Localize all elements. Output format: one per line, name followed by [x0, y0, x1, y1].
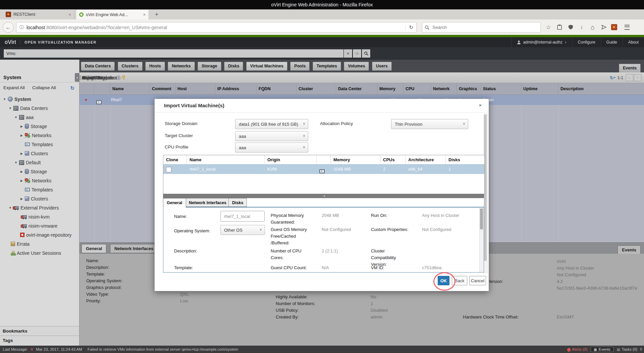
- browser-tab-restclient[interactable]: RESTClient ×: [3, 9, 74, 19]
- tree-item-active-user-sessions[interactable]: Active User Sessions: [0, 248, 79, 257]
- column-architecture[interactable]: Architecture: [406, 155, 446, 164]
- column-comment[interactable]: Comment: [150, 83, 175, 95]
- search-bookmark-button[interactable]: ☆: [353, 49, 362, 58]
- column-name[interactable]: Name: [110, 83, 150, 95]
- tab-pools[interactable]: Pools: [290, 62, 310, 71]
- panel-scrollbar[interactable]: [479, 208, 483, 272]
- tab-close-icon[interactable]: ×: [140, 12, 146, 17]
- vm-name-input[interactable]: [220, 211, 265, 222]
- events-button[interactable]: ▦ Events: [591, 347, 613, 352]
- new-tab-button[interactable]: +: [152, 9, 162, 19]
- column-data-center[interactable]: Data Center: [336, 83, 377, 95]
- tab-clusters[interactable]: Clusters: [118, 62, 143, 71]
- column-icon[interactable]: [94, 83, 110, 95]
- target-cluster-select[interactable]: aaa ∨: [235, 131, 308, 141]
- expander-icon[interactable]: ▼: [13, 116, 18, 119]
- browser-search-field[interactable]: [422, 22, 541, 33]
- storage-domain-select[interactable]: data1 (901 GB free of 915 GB) ∨: [235, 119, 308, 129]
- column-cluster[interactable]: Cluster: [297, 83, 336, 95]
- column-description[interactable]: Description: [558, 83, 644, 95]
- tree-item-ovirt-image-repository[interactable]: ovirt-image-repository: [0, 230, 79, 239]
- column-origin[interactable]: Origin: [265, 155, 317, 164]
- tree-refresh-icon[interactable]: ↻: [70, 85, 74, 91]
- subtab-disks[interactable]: Disks: [228, 198, 247, 207]
- cancel-button[interactable]: Cancel: [469, 276, 486, 285]
- tree-item-system[interactable]: ▼ System: [0, 95, 79, 104]
- guide-link[interactable]: Guide: [601, 37, 623, 47]
- search-input[interactable]: [432, 24, 527, 30]
- tab-events[interactable]: Events: [619, 64, 641, 73]
- configure-link[interactable]: Configure: [572, 37, 601, 47]
- search-go-button[interactable]: [362, 49, 371, 58]
- tree-item-default[interactable]: ▼ Default: [0, 158, 79, 167]
- tab-virtual-machines[interactable]: Virtual Machines: [246, 62, 287, 71]
- column-disks[interactable]: Disks: [446, 155, 484, 164]
- tags-section[interactable]: Tags: [0, 336, 79, 345]
- tree-item-clusters[interactable]: ▶ Clusters: [0, 149, 79, 158]
- tree-item-clusters[interactable]: ▶ Clusters: [0, 194, 79, 203]
- reload-icon[interactable]: ↻: [406, 24, 416, 31]
- expander-icon[interactable]: ▼: [8, 107, 13, 110]
- expander-icon[interactable]: ▶: [19, 170, 24, 173]
- splitter-handle[interactable]: [163, 194, 484, 198]
- tab-networks[interactable]: Networks: [168, 62, 195, 71]
- column-host[interactable]: Host: [175, 83, 215, 95]
- pager-next-button[interactable]: ›: [634, 74, 641, 81]
- column-uptime[interactable]: Uptime: [521, 83, 558, 95]
- tree-item-templates[interactable]: Templates: [0, 185, 79, 194]
- bookmarks-section[interactable]: Bookmarks: [0, 326, 79, 336]
- alerts-counter[interactable]: Alerts (0): [572, 347, 588, 351]
- tab-close-icon[interactable]: ×: [66, 12, 71, 17]
- column-state[interactable]: [79, 83, 94, 95]
- bookmark-star-icon[interactable]: ☆: [544, 23, 553, 32]
- os-select[interactable]: Other OS ∨: [220, 225, 265, 235]
- tree-item-external-providers[interactable]: ▼ External Providers: [0, 203, 79, 212]
- collapse-all-link[interactable]: Collapse All: [32, 85, 56, 90]
- pager-prev-button[interactable]: ‹: [626, 74, 633, 81]
- column-clone[interactable]: Clone: [163, 155, 187, 164]
- tree-item-storage[interactable]: ▶ Storage: [0, 122, 79, 131]
- site-info-icon[interactable]: ⓘ: [16, 24, 26, 31]
- tree-item-networks[interactable]: ▶ Networks: [0, 131, 79, 140]
- back-button[interactable]: ←: [3, 22, 14, 33]
- about-link[interactable]: About: [623, 37, 644, 47]
- dialog-close-icon[interactable]: ×: [477, 102, 484, 109]
- sidebar-collapse-handle[interactable]: ◂: [75, 73, 79, 82]
- column-icon[interactable]: [317, 155, 331, 164]
- tab-hosts[interactable]: Hosts: [145, 62, 165, 71]
- subtab-general[interactable]: General: [163, 198, 186, 208]
- column-memory[interactable]: Memory: [377, 83, 404, 95]
- expander-icon[interactable]: ▶: [19, 197, 24, 200]
- tree-item-nisim-vmware[interactable]: nisim-vmware: [0, 221, 79, 230]
- tab-volumes[interactable]: Volumes: [344, 62, 369, 71]
- tree-item-data-centers[interactable]: ▼ Data Centers: [0, 104, 79, 113]
- expander-icon[interactable]: ▶: [19, 179, 24, 182]
- search-clear-button[interactable]: ×: [343, 49, 353, 58]
- tree-item-aaa[interactable]: ▼ aaa: [0, 113, 79, 122]
- expander-icon[interactable]: ▼: [8, 206, 13, 210]
- tree-item-storage[interactable]: ▶ Storage: [0, 167, 79, 176]
- column-name[interactable]: Name: [187, 155, 265, 164]
- restclient-addon-icon[interactable]: [610, 23, 619, 32]
- share-icon[interactable]: [599, 23, 608, 32]
- downloads-icon[interactable]: ↓: [577, 23, 586, 32]
- expander-icon[interactable]: ▼: [2, 98, 7, 101]
- column-graphics[interactable]: Graphics: [457, 83, 481, 95]
- column-cpu[interactable]: CPU: [404, 83, 431, 95]
- guide-me-button[interactable]: Guide Me: [79, 73, 159, 82]
- detail-tab-network-interfaces[interactable]: Network Interfaces: [110, 244, 158, 253]
- tree-item-errata[interactable]: Errata: [0, 239, 79, 248]
- column-cpus[interactable]: CPUs: [380, 155, 406, 164]
- column-fqdn[interactable]: FQDN: [257, 83, 297, 95]
- grid-refresh-icon[interactable]: ↻: [610, 75, 614, 80]
- expander-icon[interactable]: ▼: [13, 161, 18, 164]
- import-vm-row[interactable]: rhel7_1_local KVM 2048 MB 2 x86_64 1: [163, 165, 484, 174]
- refresh-menu-icon[interactable]: ▾: [614, 76, 615, 79]
- tree-item-templates[interactable]: Templates: [0, 140, 79, 149]
- reading-list-icon[interactable]: [555, 23, 564, 32]
- tab-templates[interactable]: Templates: [313, 62, 341, 71]
- detail-tab-general[interactable]: General: [82, 244, 106, 253]
- expander-icon[interactable]: ▶: [19, 125, 24, 128]
- browser-tab-ovirt[interactable]: oVirt Engine Web Ad... ×: [76, 9, 149, 19]
- expander-icon[interactable]: ▶: [19, 134, 24, 137]
